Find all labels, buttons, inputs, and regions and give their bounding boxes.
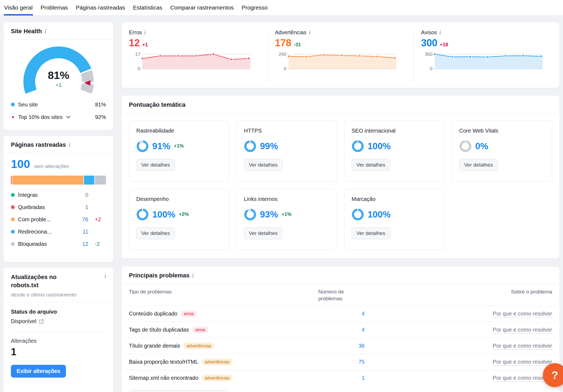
crawled-pages-card: Páginas rastreadas i 100 sem alterações … bbox=[4, 136, 113, 262]
how-to-fix-link[interactable]: Por que e como resolver bbox=[493, 343, 552, 350]
bar-segment bbox=[11, 176, 12, 185]
thematic-score-card: Pontuação temática Rastreabilidade 91% +… bbox=[122, 96, 559, 259]
notices-count: 300 bbox=[421, 37, 437, 49]
issue-count-link[interactable]: 4 bbox=[318, 311, 366, 317]
issue-count-link[interactable]: 36 bbox=[318, 343, 366, 349]
list-item-redirecionadas: Redireciona... 11 bbox=[11, 226, 106, 238]
score-value: 100% bbox=[152, 209, 175, 220]
legend-label: Com proble... bbox=[18, 216, 72, 223]
legend-value-link[interactable]: 1 bbox=[75, 204, 88, 210]
table-row: Conteúdo duplicado erros 4 Por que e com… bbox=[122, 306, 559, 322]
info-icon[interactable]: i bbox=[309, 29, 311, 36]
tab-bar: Visão geral Problemas Páginas rastreadas… bbox=[0, 0, 563, 16]
status-text: Disponível bbox=[11, 318, 36, 324]
blue-dot-icon bbox=[11, 103, 15, 106]
tab-label: Páginas rastreadas bbox=[76, 4, 125, 11]
score-ring-icon bbox=[244, 208, 256, 221]
tab-progresso[interactable]: Progresso bbox=[241, 0, 268, 15]
site-health-gauge-wrap: 81% +1 bbox=[4, 40, 113, 98]
legend-delta: +2 bbox=[95, 216, 101, 223]
score-value: 100% bbox=[368, 141, 391, 151]
robots-title: Atualizações norobots.txt bbox=[11, 273, 77, 289]
score-ring-icon bbox=[352, 208, 364, 221]
list-item-quebradas: Quebradas 1 bbox=[11, 201, 106, 213]
crawled-pages-title: Páginas rastreadas bbox=[11, 141, 66, 149]
issue-type: Título grande demais bbox=[129, 343, 180, 349]
details-button[interactable]: Ver detalhes bbox=[352, 227, 390, 239]
svg-text:240: 240 bbox=[279, 52, 286, 57]
divider bbox=[11, 331, 106, 331]
details-button[interactable]: Ver detalhes bbox=[459, 159, 498, 171]
crawled-pages-stacked-bar bbox=[11, 176, 106, 185]
show-more-issues-button[interactable] bbox=[129, 390, 226, 392]
details-button[interactable]: Ver detalhes bbox=[244, 159, 283, 171]
green-dot-icon bbox=[11, 193, 15, 197]
tab-visao-geral[interactable]: Visão geral bbox=[4, 0, 33, 15]
score-delta: +1% bbox=[282, 212, 292, 217]
issue-type: Conteúdo duplicado bbox=[129, 311, 177, 317]
site-health-card: Site Health i 81% +1 Seu site 81% ▼ T bbox=[4, 22, 113, 130]
how-to-fix-link[interactable]: Por que e como resolver bbox=[493, 311, 552, 317]
info-icon[interactable]: i bbox=[440, 29, 441, 36]
legend-value-link[interactable]: 12 bbox=[75, 241, 88, 247]
issue-type: Sitemap.xml não encontrado bbox=[129, 375, 198, 381]
legend-value-link[interactable]: 11 bbox=[75, 229, 88, 235]
issue-count-link[interactable]: 75 bbox=[318, 359, 366, 365]
legend-value: 92% bbox=[95, 114, 106, 120]
info-icon[interactable]: i bbox=[144, 29, 146, 36]
site-health-gauge: 81% +1 bbox=[19, 42, 98, 98]
external-link-icon[interactable] bbox=[39, 319, 44, 324]
legend-label: Top 10% dos sites bbox=[18, 114, 62, 120]
blue-dot-icon bbox=[11, 230, 15, 234]
chevron-down-icon[interactable] bbox=[66, 116, 71, 118]
tab-paginas-rastreadas[interactable]: Páginas rastreadas bbox=[75, 0, 125, 15]
red-triangle-down-icon: ▼ bbox=[11, 115, 15, 120]
warnings-delta: -31 bbox=[294, 42, 301, 48]
column-header-type: Tipo de problemas bbox=[129, 288, 318, 302]
score-ring-icon bbox=[244, 140, 256, 152]
changes-count: 1 bbox=[11, 346, 106, 358]
score-title: Rastreabilidade bbox=[136, 128, 222, 134]
legend-label: Quebradas bbox=[18, 204, 72, 210]
column-header-about: Sobre o problema bbox=[366, 288, 552, 302]
score-ring-icon bbox=[136, 208, 149, 221]
tab-problemas[interactable]: Problemas bbox=[40, 0, 68, 15]
issue-count-link[interactable]: 4 bbox=[318, 327, 366, 333]
legend-your-site: Seu site 81% bbox=[11, 98, 106, 111]
site-health-legend: Seu site 81% ▼ Top 10% dos sites 92% bbox=[4, 98, 113, 123]
issues-table-header: Tipo de problemas Número de problemas So… bbox=[122, 284, 559, 306]
how-to-fix-link[interactable]: Por que e como resolver bbox=[493, 327, 552, 333]
errors-title: Erros bbox=[129, 29, 142, 36]
info-icon[interactable]: i bbox=[45, 28, 46, 35]
info-icon[interactable]: i bbox=[69, 142, 70, 148]
svg-text:0: 0 bbox=[430, 66, 432, 71]
left-column: Site Health i 81% +1 Seu site 81% ▼ T bbox=[4, 22, 113, 392]
show-changes-button[interactable]: Exibir alterações bbox=[11, 365, 66, 378]
score-ring-icon bbox=[352, 140, 364, 152]
table-row: Título grande demais advertências 36 Por… bbox=[122, 338, 559, 354]
info-icon[interactable]: i bbox=[192, 272, 194, 279]
score-value: 100% bbox=[368, 209, 391, 220]
details-button[interactable]: Ver detalhes bbox=[352, 159, 390, 171]
issue-count-link[interactable]: 1 bbox=[318, 375, 366, 381]
legend-value: 0 bbox=[75, 192, 88, 198]
how-to-fix-link[interactable]: Por que e como resolver bbox=[493, 359, 552, 366]
details-button[interactable]: Ver detalhes bbox=[136, 227, 175, 239]
status-badge: advertências bbox=[202, 359, 233, 365]
info-icon[interactable]: i bbox=[104, 273, 106, 279]
legend-value-link[interactable]: 76 bbox=[75, 216, 88, 223]
notices-delta: +18 bbox=[440, 42, 448, 48]
details-button[interactable]: Ver detalhes bbox=[136, 159, 175, 171]
crawled-pages-total-row: 100 sem alterações bbox=[11, 158, 106, 171]
tab-estatisticas[interactable]: Estatísticas bbox=[133, 0, 162, 15]
score-delta: +1% bbox=[174, 143, 184, 149]
errors-trend-section: Erros i 12 +1 170 bbox=[122, 29, 267, 81]
details-button[interactable]: Ver detalhes bbox=[244, 227, 283, 239]
table-row: Sitemap.xml não encontrado advertências … bbox=[122, 370, 559, 386]
tab-comparar-rastreamentos[interactable]: Comparar rastreamentos bbox=[170, 0, 234, 15]
score-title: Desempenho bbox=[136, 196, 222, 202]
warnings-sparkline: 2400 bbox=[275, 52, 396, 71]
legend-label: Redireciona... bbox=[18, 229, 72, 235]
tab-label: Comparar rastreamentos bbox=[170, 4, 234, 11]
legend-top10-sites: ▼ Top 10% dos sites 92% bbox=[11, 111, 106, 123]
